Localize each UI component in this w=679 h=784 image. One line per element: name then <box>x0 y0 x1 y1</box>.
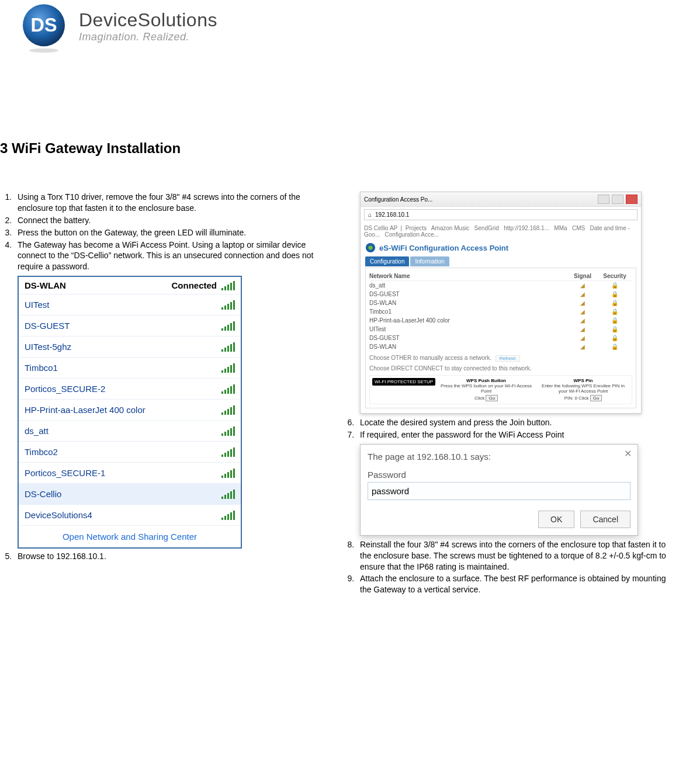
step-item: Press the button on the Gateway, the gre… <box>14 227 325 238</box>
config-page-title-text: eS-WiFi Configuration Access Point <box>379 244 508 252</box>
signal-icon: ◢ <box>568 308 597 315</box>
wifi-network-name: UITest <box>25 300 50 310</box>
wifi-network-name: Timbco1 <box>25 363 58 373</box>
step-item: Locate the desired system and press the … <box>356 417 667 428</box>
steps-list-right-a: Locate the desired system and press the … <box>342 417 667 440</box>
wifi-network-row[interactable]: UITest <box>19 294 241 315</box>
wifi-network-name: DS-Cellio <box>25 489 61 499</box>
password-dialog: ✕ The page at 192.168.10.1 says: Passwor… <box>360 444 638 536</box>
signal-icon <box>221 342 235 352</box>
cfg-network-row[interactable]: ds_att◢🔒 <box>369 281 632 290</box>
home-icon: ⌂ <box>368 211 372 218</box>
dialog-title: The page at 192.168.10.1 says: <box>368 452 630 462</box>
wifi-network-row[interactable]: ds_att <box>19 421 241 442</box>
wifi-connected-status: Connected <box>171 280 217 290</box>
lock-icon: 🔒 <box>597 300 632 306</box>
wifi-network-row[interactable]: Porticos_SECURE-2 <box>19 379 241 400</box>
brand-icon <box>365 242 376 253</box>
signal-icon: ◢ <box>568 335 597 341</box>
brand-name: DeviceSolutions <box>79 9 217 31</box>
signal-icon <box>221 384 235 394</box>
close-icon[interactable] <box>626 195 638 204</box>
wps-pin-go-button[interactable]: Go <box>590 395 602 401</box>
step-item: The Gateway has become a WiFi Access Poi… <box>14 240 325 273</box>
password-input[interactable] <box>368 482 630 500</box>
config-screenshot: Configuration Access Po... ⌂ 192.168.10.… <box>360 192 642 414</box>
signal-icon: ◢ <box>568 282 597 289</box>
password-label: Password <box>368 470 630 480</box>
wps-pin-desc: Enter the following WPS Enrollee PIN in … <box>542 383 625 394</box>
brand-header: DS DeviceSolutions Imagination. Realized… <box>18 0 667 53</box>
svg-point-1 <box>29 48 58 53</box>
cfg-network-row[interactable]: UITest◢🔒 <box>369 325 632 334</box>
signal-icon <box>221 321 235 331</box>
wifi-network-row[interactable]: HP-Print-aa-LaserJet 400 color <box>19 400 241 421</box>
signal-icon: ◢ <box>568 300 597 306</box>
cfg-network-row[interactable]: DS-GUEST◢🔒 <box>369 290 632 299</box>
step-item: Attach the enclosure to a surface. The b… <box>356 573 667 595</box>
wifi-network-row[interactable]: Timbco1 <box>19 358 241 379</box>
page-title: 3 WiFi Gateway Installation <box>0 140 667 157</box>
wifi-network-row[interactable]: DS-Cellio <box>19 484 241 505</box>
signal-icon <box>221 300 235 310</box>
wifi-network-name: Timbco2 <box>25 447 58 457</box>
wps-pin-click: Click <box>578 396 588 401</box>
cfg-network-row[interactable]: DS-WLAN◢🔒 <box>369 299 632 307</box>
note-other: Choose OTHER to manually access a networ… <box>369 355 491 361</box>
signal-icon: ◢ <box>568 326 597 332</box>
config-body: Network Name Signal Security ds_att◢🔒 DS… <box>365 268 636 408</box>
signal-icon <box>221 511 235 520</box>
step-item: Browse to 192.168.10.1. <box>14 551 325 562</box>
wps-push-desc: Press the WPS button on your Wi-Fi Acces… <box>441 383 532 394</box>
lock-icon: 🔒 <box>597 317 632 324</box>
lock-icon: 🔒 <box>597 282 632 289</box>
step-item: Reinstall the four 3/8" #4 screws into t… <box>356 539 667 573</box>
tab-information[interactable]: Information <box>410 256 449 266</box>
cfg-network-row[interactable]: DS-WLAN◢🔒 <box>369 342 632 351</box>
wifi-panel-header: DS-WLAN Connected <box>19 277 241 294</box>
signal-icon <box>221 490 235 499</box>
steps-list-left: Using a Torx T10 driver, remove the four… <box>0 192 325 272</box>
minimize-icon[interactable] <box>598 195 609 204</box>
step-item: Connect the battery. <box>14 215 325 226</box>
wifi-connected-name: DS-WLAN <box>25 280 66 290</box>
ok-button[interactable]: OK <box>538 511 574 528</box>
wps-pin-title: WPS Pin <box>537 378 629 383</box>
signal-icon: ◢ <box>568 317 597 324</box>
cfg-network-row[interactable]: DS-GUEST◢🔒 <box>369 334 632 342</box>
lock-icon: 🔒 <box>597 308 632 315</box>
logo-text: DeviceSolutions Imagination. Realized. <box>79 9 217 43</box>
logo-initials: DS <box>31 15 57 36</box>
wifi-network-name: Porticos_SECURE-2 <box>25 384 105 394</box>
maximize-icon[interactable] <box>612 195 623 204</box>
close-icon[interactable]: ✕ <box>624 448 632 459</box>
cfg-network-row[interactable]: HP-Print-aa-LaserJet 400 color◢🔒 <box>369 316 632 325</box>
wifi-network-row[interactable]: DS-GUEST <box>19 315 241 337</box>
open-network-center-link[interactable]: Open Network and Sharing Center <box>19 526 241 547</box>
bookmark-bar: DS Cellio AP | Projects Amazon Music Sen… <box>361 223 641 240</box>
wps-push-click: Click <box>474 396 484 401</box>
wifi-network-row[interactable]: DeviceSolutions4 <box>19 505 241 526</box>
refresh-button[interactable]: Refresh <box>496 355 520 362</box>
step-item: Using a Torx T10 driver, remove the four… <box>14 192 325 214</box>
wps-pin-column: WPS Pin Enter the following WPS Enrollee… <box>537 378 629 401</box>
wifi-networks-panel: DS-WLAN Connected UITest DS-GUEST UITest… <box>18 276 242 549</box>
signal-icon <box>221 447 235 457</box>
tab-configuration[interactable]: Configuration <box>365 256 409 266</box>
signal-icon <box>221 426 235 436</box>
wps-push-go-button[interactable]: Go <box>486 395 498 401</box>
lock-icon: 🔒 <box>597 326 632 332</box>
cancel-button[interactable]: Cancel <box>580 511 630 528</box>
col-network-name: Network Name <box>369 273 568 279</box>
config-page-title: eS-WiFi Configuration Access Point <box>361 240 641 255</box>
cfg-network-row[interactable]: Timbco1◢🔒 <box>369 307 632 316</box>
wps-push-column: WPS Push Button Press the WPS button on … <box>440 378 532 401</box>
wifi-network-row[interactable]: UITest-5ghz <box>19 337 241 358</box>
wifi-network-row[interactable]: Porticos_SECURE-1 <box>19 463 241 484</box>
wifi-network-row[interactable]: Timbco2 <box>19 442 241 463</box>
wifi-network-name: DeviceSolutions4 <box>25 510 92 520</box>
address-bar[interactable]: ⌂ 192.168.10.1 <box>364 209 638 220</box>
note-direct: Choose DIRECT CONNECT to stay connected … <box>369 365 632 372</box>
logo-mark: DS <box>18 0 70 53</box>
wifi-network-name: ds_att <box>25 426 49 436</box>
